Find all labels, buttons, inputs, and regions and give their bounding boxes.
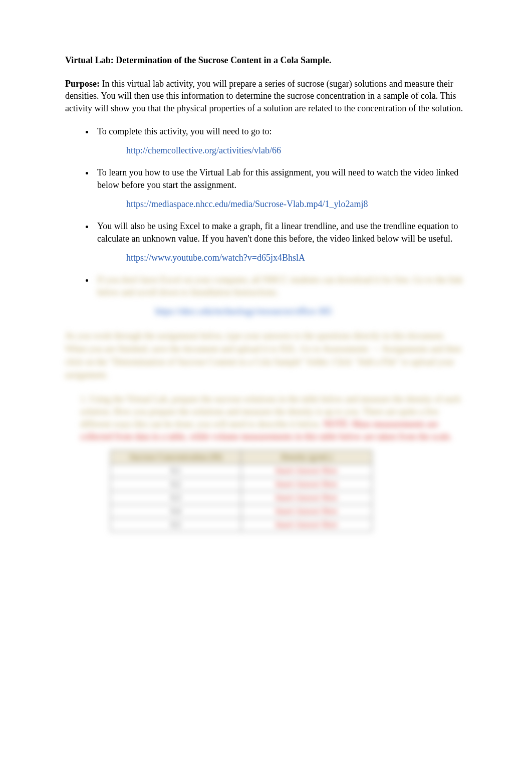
bullet-text: You will also be using Excel to make a g… — [97, 221, 458, 243]
purpose-paragraph: Purpose: In this virtual lab activity, y… — [65, 78, 467, 114]
bullet-item-1: To complete this activity, you will need… — [94, 125, 467, 157]
sucrose-density-table: Sucrose Concentration (M) Density (g/mL)… — [110, 450, 372, 532]
cell-density: Insert Answer Here — [241, 518, 372, 532]
link-block-3: https://www.youtube.com/watch?v=d65jx4Bh… — [126, 252, 467, 264]
cell-concentration: 0.4 — [111, 505, 241, 518]
step-number: 1. — [80, 394, 89, 404]
document-page: Virtual Lab: Determination of the Sucros… — [0, 0, 532, 562]
bullet-text: To learn you how to use the Virtual Lab … — [97, 167, 458, 189]
bullet-list: To complete this activity, you will need… — [65, 125, 467, 317]
link-3[interactable]: https://www.youtube.com/watch?v=d65jx4Bh… — [126, 253, 305, 263]
cell-concentration: 0.2 — [111, 478, 241, 491]
blurred-link: https://nhcc.edu/technology/resources/of… — [155, 305, 467, 317]
data-table-wrap: Sucrose Concentration (M) Density (g/mL)… — [110, 450, 467, 532]
cell-density: Insert Answer Here — [241, 505, 372, 518]
cell-density: Insert Answer Here — [241, 491, 372, 505]
purpose-text: In this virtual lab activity, you will p… — [65, 79, 463, 113]
cell-concentration: 0.1 — [111, 464, 241, 478]
cell-concentration: 0.3 — [111, 491, 241, 505]
bullet-text: To complete this activity, you will need… — [97, 126, 272, 136]
bullet-item-4-blurred: If you don't have Excel on your computer… — [94, 274, 467, 317]
cell-concentration: 0.5 — [111, 518, 241, 532]
link-block-1: http://chemcollective.org/activities/vla… — [126, 144, 467, 156]
table-row: 0.4 Insert Answer Here — [111, 505, 372, 518]
link-1[interactable]: http://chemcollective.org/activities/vla… — [126, 145, 281, 155]
blurred-section: As you work through the assignment below… — [65, 329, 467, 532]
table-row: 0.2 Insert Answer Here — [111, 478, 372, 491]
table-row: 0.3 Insert Answer Here — [111, 491, 372, 505]
col-header-density: Density (g/mL) — [241, 451, 372, 464]
purpose-label: Purpose: — [65, 79, 100, 89]
page-title: Virtual Lab: Determination of the Sucros… — [65, 55, 467, 66]
col-header-concentration: Sucrose Concentration (M) — [111, 451, 241, 464]
link-block-2: https://mediaspace.nhcc.edu/media/Sucros… — [126, 198, 467, 210]
cell-density: Insert Answer Here — [241, 464, 372, 478]
step-1: 1. Using the Virtual Lab, prepare the su… — [65, 393, 467, 444]
link-2[interactable]: https://mediaspace.nhcc.edu/media/Sucros… — [126, 199, 368, 209]
cell-density: Insert Answer Here — [241, 478, 372, 491]
step-text-a: Using the Virtual Lab, prepare the sucro… — [80, 394, 460, 429]
step-note-red: NOTE: Mass measurements are collected fr… — [80, 419, 452, 442]
blurred-instructions-paragraph: As you work through the assignment below… — [65, 329, 467, 381]
bullet-item-2: To learn you how to use the Virtual Lab … — [94, 166, 467, 210]
blurred-bullet-text: If you don't have Excel on your computer… — [97, 274, 467, 298]
table-row: 0.1 Insert Answer Here — [111, 464, 372, 478]
table-header-row: Sucrose Concentration (M) Density (g/mL) — [111, 451, 372, 464]
table-row: 0.5 Insert Answer Here — [111, 518, 372, 532]
bullet-item-3: You will also be using Excel to make a g… — [94, 220, 467, 264]
